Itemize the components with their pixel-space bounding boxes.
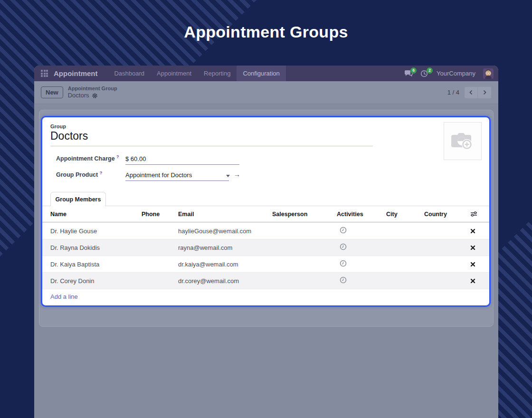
menu-item-reporting[interactable]: Reporting xyxy=(198,66,237,81)
app-window: Appointment Dashboard Appointment Report… xyxy=(34,66,498,418)
page-background: Appointment Groups Appointment Dashboard… xyxy=(0,0,532,418)
member-name[interactable]: Dr. Corey Donin xyxy=(42,277,142,285)
appointment-charge-input[interactable]: $ 60.00 xyxy=(125,155,239,165)
member-row[interactable]: Dr. Rayna Dokidis rayna@wemail.com xyxy=(42,239,489,256)
new-button[interactable]: New xyxy=(41,86,63,98)
menu-item-dashboard[interactable]: Dashboard xyxy=(108,66,151,81)
header-salesperson[interactable]: Salesperson xyxy=(272,211,337,218)
dropdown-caret-icon[interactable] xyxy=(226,175,230,177)
group-field-label: Group xyxy=(50,124,66,129)
breadcrumb-parent[interactable]: Appointment Group xyxy=(68,86,117,92)
schedule-activity-clock-icon[interactable] xyxy=(340,276,347,284)
member-email[interactable]: dr.kaiya@wemail.com xyxy=(178,261,272,268)
activities-button[interactable]: 2 xyxy=(420,70,429,77)
top-navbar: Appointment Dashboard Appointment Report… xyxy=(34,66,498,81)
user-avatar[interactable] xyxy=(483,68,494,79)
add-a-line-link[interactable]: Add a line xyxy=(42,289,489,304)
header-name[interactable]: Name xyxy=(42,211,142,218)
form-sheet: Group Doctors Appointment Charge ? $ 60.… xyxy=(41,116,491,307)
group-name-input[interactable]: Doctors xyxy=(50,130,373,146)
control-panel: New Appointment Group Doctors 1 / 4 xyxy=(34,81,498,104)
header-email[interactable]: Email xyxy=(178,211,272,218)
chevron-right-icon xyxy=(482,90,487,95)
help-question-icon[interactable]: ? xyxy=(100,171,103,175)
schedule-activity-clock-icon[interactable] xyxy=(340,243,347,250)
activities-count-badge: 2 xyxy=(427,67,433,74)
breadcrumb-current: Doctors xyxy=(68,92,89,99)
header-country[interactable]: Country xyxy=(424,211,469,218)
pager-count: 1 / 4 xyxy=(447,89,459,96)
group-product-label: Group Product ? xyxy=(56,171,102,178)
camera-add-icon xyxy=(450,131,475,152)
member-name[interactable]: Dr. Haylie Gouse xyxy=(42,228,142,235)
chevron-left-icon xyxy=(469,90,474,95)
messages-count-badge: 6 xyxy=(410,67,417,74)
members-table: Name Phone Email Salesperson Activities … xyxy=(42,206,489,304)
optional-columns-icon[interactable] xyxy=(470,211,477,217)
member-name[interactable]: Dr. Rayna Dokidis xyxy=(42,244,142,251)
delete-row-x-icon[interactable] xyxy=(470,262,475,267)
schedule-activity-clock-icon[interactable] xyxy=(340,260,347,267)
member-email[interactable]: dr.corey@wemail.com xyxy=(178,277,272,285)
avatar-image xyxy=(483,68,494,79)
apps-grid-icon[interactable] xyxy=(41,70,48,77)
members-table-header: Name Phone Email Salesperson Activities … xyxy=(42,206,489,222)
delete-row-x-icon[interactable] xyxy=(470,278,475,284)
header-activities[interactable]: Activities xyxy=(337,211,386,218)
header-phone[interactable]: Phone xyxy=(142,211,178,218)
internal-link-arrow-icon[interactable]: → xyxy=(234,171,240,178)
page-title: Appointment Groups xyxy=(0,23,532,41)
group-product-input[interactable]: Appointment for Doctors xyxy=(125,171,229,181)
delete-row-x-icon[interactable] xyxy=(470,228,475,234)
help-question-icon[interactable]: ? xyxy=(116,154,119,159)
navbar-right: 6 2 YourCompany xyxy=(404,66,498,81)
pager: 1 / 4 xyxy=(447,86,498,99)
delete-row-x-icon[interactable] xyxy=(470,245,475,250)
appointment-charge-label: Appointment Charge ? xyxy=(56,154,119,162)
breadcrumb: Appointment Group Doctors xyxy=(68,86,117,100)
members-rows: Dr. Haylie Gouse haylieGouse@wemail.com … xyxy=(42,222,489,289)
member-row[interactable]: Dr. Haylie Gouse haylieGouse@wemail.com xyxy=(42,222,489,239)
menu-item-configuration[interactable]: Configuration xyxy=(237,66,285,81)
company-name[interactable]: YourCompany xyxy=(437,70,475,77)
member-name[interactable]: Dr. Kaiya Baptista xyxy=(42,261,142,268)
pager-next-button[interactable] xyxy=(478,86,492,99)
app-brand[interactable]: Appointment xyxy=(54,69,97,77)
menu-item-appointment[interactable]: Appointment xyxy=(151,66,198,81)
pager-previous-button[interactable] xyxy=(464,86,478,99)
settings-gear-icon[interactable] xyxy=(92,93,98,99)
member-row[interactable]: Dr. Kaiya Baptista dr.kaiya@wemail.com xyxy=(42,256,489,272)
member-email[interactable]: rayna@wemail.com xyxy=(178,244,272,251)
member-email[interactable]: haylieGouse@wemail.com xyxy=(178,228,272,235)
member-row[interactable]: Dr. Corey Donin dr.corey@wemail.com xyxy=(42,272,489,289)
header-city[interactable]: City xyxy=(386,211,424,218)
schedule-activity-clock-icon[interactable] xyxy=(340,227,347,234)
messages-button[interactable]: 6 xyxy=(404,70,413,77)
image-upload-placeholder[interactable] xyxy=(444,122,482,160)
tab-group-members[interactable]: Group Members xyxy=(50,192,106,206)
navbar-menu: Dashboard Appointment Reporting Configur… xyxy=(108,66,285,81)
